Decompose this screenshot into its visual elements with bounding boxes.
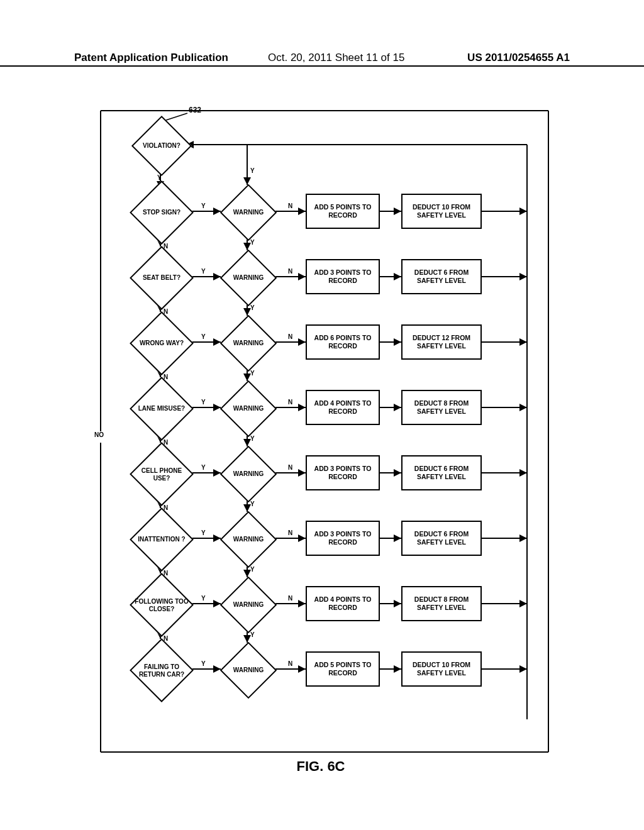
- decision-label: WARNING: [220, 209, 277, 216]
- process-deduct-safety: DEDUCT 6 FROM SAFETY LEVEL: [401, 521, 482, 556]
- edge-y: Y: [250, 239, 255, 246]
- edge-y: Y: [201, 464, 206, 471]
- edge-y: Y: [201, 268, 206, 275]
- reference-number: 632: [189, 106, 201, 114]
- process-add-points: ADD 5 POINTS TO RECORD: [306, 651, 380, 687]
- page-header: Patent Application Publication Oct. 20, …: [0, 52, 644, 67]
- process-deduct-safety: DEDUCT 12 FROM SAFETY LEVEL: [401, 324, 482, 360]
- edge-y: Y: [250, 304, 255, 311]
- edge-n: N: [288, 595, 292, 602]
- decision-label: FOLLOWING TOO CLOSE?: [133, 598, 190, 612]
- decision-label: FAILING TO RETURN CAR?: [133, 663, 190, 678]
- decision-label: INATTENTION ?: [133, 536, 190, 543]
- edge-y: Y: [201, 529, 206, 536]
- decision-label: CELL PHONE USE?: [133, 467, 190, 482]
- edge-y: Y: [250, 435, 255, 442]
- process-add-points: ADD 3 POINTS TO RECORD: [306, 259, 380, 294]
- decision-label: WARNING: [220, 405, 277, 412]
- edge-n: N: [288, 202, 292, 209]
- figure-label: FIG. 6C: [296, 758, 345, 775]
- edge-y: Y: [250, 370, 255, 377]
- decision-label: WARNING: [220, 340, 277, 347]
- decision-label: STOP SIGN?: [133, 209, 190, 216]
- process-deduct-safety: DEDUCT 8 FROM SAFETY LEVEL: [401, 390, 482, 425]
- edge-no: NO: [94, 431, 104, 438]
- process-deduct-safety: DEDUCT 8 FROM SAFETY LEVEL: [401, 586, 482, 621]
- process-add-points: ADD 3 POINTS TO RECORD: [306, 455, 380, 490]
- decision-label: WARNING: [220, 601, 277, 609]
- decision-label: VIOLATION?: [133, 142, 190, 150]
- edge-y: Y: [201, 595, 206, 602]
- edge-y: Y: [201, 399, 206, 406]
- process-add-points: ADD 6 POINTS TO RECORD: [306, 324, 380, 360]
- process-add-points: ADD 4 POINTS TO RECORD: [306, 586, 380, 621]
- decision-label: WARNING: [220, 470, 277, 478]
- edge-n: N: [288, 268, 292, 275]
- edge-y: Y: [201, 333, 206, 340]
- edge-n: N: [288, 660, 292, 667]
- edge-y: Y: [250, 167, 255, 174]
- edge-y: Y: [157, 174, 162, 181]
- edge-y: Y: [250, 501, 255, 507]
- decision-label: SEAT BELT?: [133, 274, 190, 282]
- flowchart-diagram: VIOLATION? Y Y 632 NO FIG. 6C STOP SIGN?…: [93, 111, 548, 752]
- process-deduct-safety: DEDUCT 10 FROM SAFETY LEVEL: [401, 651, 482, 687]
- edge-y: Y: [250, 566, 255, 573]
- process-deduct-safety: DEDUCT 6 FROM SAFETY LEVEL: [401, 455, 482, 490]
- edge-n: N: [288, 529, 292, 536]
- process-add-points: ADD 4 POINTS TO RECORD: [306, 390, 380, 425]
- header-left: Patent Application Publication: [74, 52, 228, 64]
- header-right: US 2011/0254655 A1: [467, 52, 570, 64]
- process-deduct-safety: DEDUCT 6 FROM SAFETY LEVEL: [401, 259, 482, 294]
- edge-y: Y: [201, 202, 206, 209]
- edge-n: N: [288, 333, 292, 340]
- page-root: Patent Application Publication Oct. 20, …: [0, 0, 644, 830]
- edge-y: Y: [250, 631, 255, 638]
- decision-label: WARNING: [220, 274, 277, 282]
- process-add-points: ADD 3 POINTS TO RECORD: [306, 521, 380, 556]
- process-add-points: ADD 5 POINTS TO RECORD: [306, 194, 380, 229]
- edge-n: N: [288, 399, 292, 406]
- header-center: Oct. 20, 2011 Sheet 11 of 15: [268, 52, 404, 64]
- decision-label: WARNING: [220, 536, 277, 543]
- decision-label: WRONG WAY?: [133, 340, 190, 347]
- edge-n: N: [288, 464, 292, 471]
- decision-label: WARNING: [220, 667, 277, 674]
- process-deduct-safety: DEDUCT 10 FROM SAFETY LEVEL: [401, 194, 482, 229]
- edge-y: Y: [201, 660, 206, 667]
- decision-label: LANE MISUSE?: [133, 405, 190, 412]
